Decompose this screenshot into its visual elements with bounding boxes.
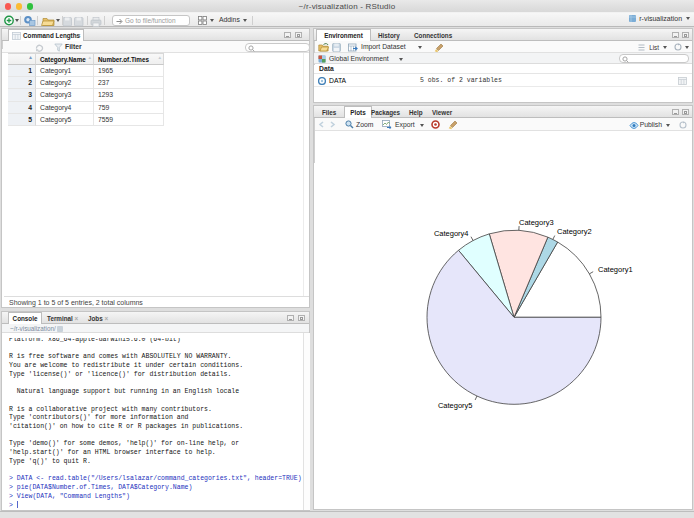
svg-text:Category4: Category4 xyxy=(434,229,469,238)
svg-text:Category2: Category2 xyxy=(557,227,592,236)
svg-text:Category5: Category5 xyxy=(438,401,473,410)
svg-text:Category3: Category3 xyxy=(519,218,554,227)
svg-text:Category1: Category1 xyxy=(598,265,633,274)
